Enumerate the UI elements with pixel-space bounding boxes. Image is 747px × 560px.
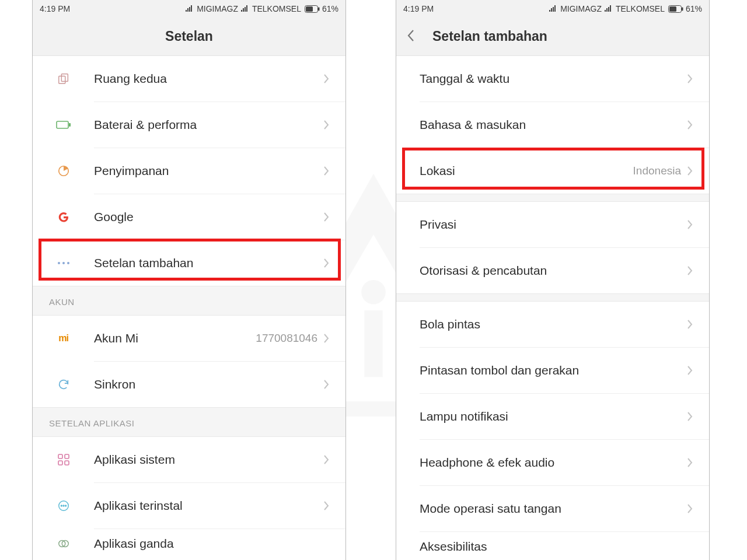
row-label: Aksesibilitas <box>420 540 693 554</box>
carrier-2: TELKOMSEL <box>252 4 301 13</box>
row-label: Sinkron <box>94 377 323 391</box>
chevron-right-icon <box>687 503 693 514</box>
carrier-2: TELKOMSEL <box>616 4 665 13</box>
signal-icon-2 <box>604 5 612 12</box>
row-headphone[interactable]: Headphone & efek audio <box>396 440 709 485</box>
svg-rect-7 <box>58 76 65 83</box>
chevron-right-icon <box>687 265 693 276</box>
row-label: Lampu notifikasi <box>420 410 687 424</box>
battery-percent: 61% <box>686 4 702 13</box>
svg-rect-27 <box>682 7 683 10</box>
more-dots-icon <box>57 261 70 265</box>
row-label: Ruang kedua <box>94 72 323 86</box>
chevron-right-icon <box>687 219 693 230</box>
row-pintasan[interactable]: Pintasan tombol dan gerakan <box>396 348 709 393</box>
apps-grid-icon <box>58 454 69 466</box>
signal-icon-1 <box>185 5 193 12</box>
row-bola[interactable]: Bola pintas <box>396 302 709 347</box>
chevron-right-icon <box>323 333 329 344</box>
svg-rect-26 <box>669 6 676 12</box>
chevron-right-icon <box>323 120 329 130</box>
row-label: Penyimpanan <box>94 164 323 178</box>
dual-apps-icon <box>57 537 70 550</box>
row-lokasi[interactable]: Lokasi Indonesia <box>396 148 709 194</box>
row-aksesibilitas[interactable]: Aksesibilitas <box>396 532 709 560</box>
battery-percent: 61% <box>322 4 338 13</box>
svg-rect-5 <box>306 6 313 12</box>
page-title: Setelan <box>165 29 213 44</box>
svg-rect-10 <box>69 123 71 127</box>
chevron-right-icon <box>323 258 329 268</box>
phone-right-additional-settings: 4:19 PM MIGIMAGZ TELKOMSEL 61% Setelan t… <box>396 0 710 560</box>
carrier-1: MIGIMAGZ <box>560 4 602 13</box>
row-lampu[interactable]: Lampu notifikasi <box>396 394 709 439</box>
row-bahasa[interactable]: Bahasa & masukan <box>396 102 709 148</box>
battery-perf-icon <box>56 120 71 130</box>
svg-point-21 <box>63 505 64 506</box>
back-button[interactable] <box>407 29 415 45</box>
row-label: Setelan tambahan <box>94 256 323 270</box>
carrier-1: MIGIMAGZ <box>197 4 238 13</box>
row-value: Indonesia <box>633 164 681 177</box>
status-time: 4:19 PM <box>403 4 434 13</box>
chevron-right-icon <box>687 120 693 130</box>
chevron-right-icon <box>323 166 329 176</box>
row-setelan-tambahan[interactable]: Setelan tambahan <box>33 240 345 286</box>
chevron-right-icon <box>323 454 329 465</box>
google-icon <box>57 211 70 223</box>
row-penyimpanan[interactable]: Penyimpanan <box>33 148 345 194</box>
row-label: Headphone & efek audio <box>420 456 687 470</box>
row-tanggal[interactable]: Tanggal & waktu <box>396 56 709 102</box>
status-time: 4:19 PM <box>40 4 70 13</box>
battery-icon <box>668 5 683 13</box>
row-aplikasi-ganda[interactable]: Aplikasi ganda <box>33 529 345 558</box>
row-label: Mode operasi satu tangan <box>420 502 687 516</box>
svg-point-12 <box>58 262 60 264</box>
svg-rect-16 <box>65 454 69 459</box>
chevron-left-icon <box>407 29 415 43</box>
chevron-right-icon <box>687 365 693 376</box>
row-label: Aplikasi terinstal <box>94 499 323 513</box>
svg-rect-18 <box>65 461 69 465</box>
row-akun-mi[interactable]: mi Akun Mi 1770081046 <box>33 316 345 361</box>
svg-point-14 <box>67 262 69 264</box>
row-sinkron[interactable]: Sinkron <box>33 362 345 407</box>
svg-rect-17 <box>58 461 62 465</box>
svg-point-22 <box>65 505 66 506</box>
row-aplikasi-terinstal[interactable]: Aplikasi terinstal <box>33 483 345 528</box>
storage-icon <box>57 164 70 177</box>
chevron-right-icon <box>323 74 329 84</box>
chevron-right-icon <box>687 457 693 468</box>
header-settings: Setelan <box>33 18 345 56</box>
row-aplikasi-sistem[interactable]: Aplikasi sistem <box>33 437 345 482</box>
chevron-right-icon <box>687 319 693 330</box>
header-additional: Setelan tambahan <box>396 18 709 56</box>
row-label: Pintasan tombol dan gerakan <box>420 363 687 377</box>
row-privasi[interactable]: Privasi <box>396 202 709 247</box>
section-setelan-aplikasi: SETELAN APLIKASI <box>33 407 345 437</box>
phone-left-settings: 4:19 PM MIGIMAGZ TELKOMSEL 61% Setelan R… <box>32 0 346 560</box>
svg-point-20 <box>61 505 62 506</box>
row-google[interactable]: Google <box>33 194 345 240</box>
installed-apps-icon <box>57 499 70 512</box>
svg-point-2 <box>361 280 386 304</box>
row-label: Baterai & performa <box>94 118 323 132</box>
chevron-right-icon <box>323 379 329 390</box>
chevron-right-icon <box>687 74 693 84</box>
svg-rect-8 <box>61 74 68 82</box>
row-label: Aplikasi ganda <box>94 537 329 551</box>
row-label: Lokasi <box>420 164 633 178</box>
row-baterai[interactable]: Baterai & performa <box>33 102 345 148</box>
clone-icon <box>57 72 70 85</box>
row-otorisasi[interactable]: Otorisasi & pencabutan <box>396 248 709 293</box>
row-ruang-kedua[interactable]: Ruang kedua <box>33 56 345 102</box>
chevron-right-icon <box>687 166 693 176</box>
row-label: Tanggal & waktu <box>420 72 687 86</box>
svg-rect-6 <box>318 7 320 10</box>
battery-icon <box>305 5 320 13</box>
mi-icon: mi <box>58 333 68 344</box>
row-label: Google <box>94 210 323 224</box>
row-label: Akun Mi <box>94 331 256 345</box>
row-mode-satu[interactable]: Mode operasi satu tangan <box>396 486 709 531</box>
row-label: Bahasa & masukan <box>420 118 687 132</box>
